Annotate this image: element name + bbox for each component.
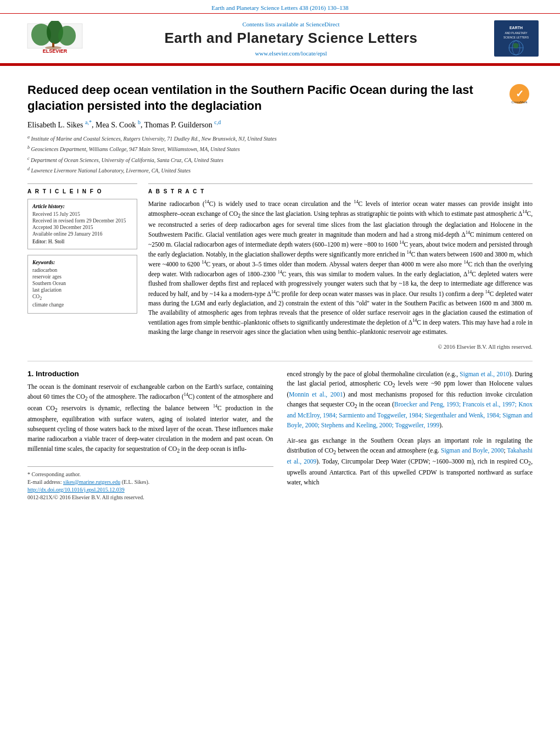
body-right-col: enced strongly by the pace of global the…	[287, 370, 533, 500]
abstract-text: Marine radiocarbon (14C) is widely used …	[148, 199, 533, 337]
keywords-box: Keywords: radiocarbon reservoir ages Sou…	[27, 255, 137, 314]
copyright-notice: © 2016 Elsevier B.V. All rights reserved…	[148, 342, 533, 350]
editor-line: Editor: H. Stoll	[32, 239, 132, 244]
sigman-boyle-ref[interactable]: Sigman and Boyle, 2000	[441, 447, 503, 454]
header-section: ELSEVIER Contents lists available at Sci…	[0, 14, 560, 64]
received-revised-date: Received in revised form 29 December 201…	[32, 218, 132, 224]
affiliation-a: a Institute of Marine and Coastal Scienc…	[27, 134, 533, 143]
monnin-ref[interactable]: Monnin et al., 2001	[289, 391, 343, 398]
history-label: Article history:	[32, 204, 132, 209]
keyword-1: radiocarbon	[32, 267, 132, 273]
main-content: Reduced deep ocean ventilation in the So…	[0, 66, 560, 511]
corresponding-author-text: * Corresponding author.	[27, 471, 81, 477]
crossmark-area: ✓ CrossMark	[506, 82, 533, 108]
svg-text:SCIENCE LETTERS: SCIENCE LETTERS	[503, 36, 529, 39]
info-abstract-section: A R T I C L E I N F O Article history: R…	[27, 183, 533, 349]
svg-text:ELSEVIER: ELSEVIER	[43, 48, 68, 54]
elsevier-logo: ELSEVIER	[22, 21, 88, 57]
doi-line: http://dx.doi.org/10.1016/j.epsl.2015.12…	[27, 487, 273, 493]
crossmark-logo: ✓ CrossMark	[506, 82, 533, 105]
svg-text:CrossMark: CrossMark	[511, 101, 528, 104]
header-center: Contents lists available at ScienceDirec…	[99, 21, 483, 57]
affiliation-c: c Department of Ocean Sciences, Universi…	[27, 155, 533, 165]
intro-paragraph-1: The ocean is the dominant reservoir of e…	[27, 382, 273, 455]
keyword-5: CO2	[32, 294, 132, 301]
epsl-logo-area: EARTH AND PLANETARY SCIENCE LETTERS	[483, 19, 549, 58]
email-link[interactable]: sikes@marine.rutgers.edu	[63, 479, 120, 485]
article-history-box: Article history: Received 15 July 2015 R…	[27, 199, 137, 249]
sciencedirect-link[interactable]: ScienceDirect	[306, 21, 340, 27]
article-info-column: A R T I C L E I N F O Article history: R…	[27, 183, 137, 349]
abstract-column: A B S T R A C T Marine radiocarbon (14C)…	[148, 183, 533, 349]
accepted-date: Accepted 30 December 2015	[32, 225, 132, 230]
affiliations-section: a Institute of Marine and Coastal Scienc…	[27, 134, 533, 175]
corresponding-author-note: * Corresponding author.	[27, 471, 273, 477]
svg-text:EARTH: EARTH	[509, 26, 522, 30]
issn-copyright: 0012-821X/© 2016 Elsevier B.V. All right…	[27, 494, 273, 500]
editor-label: Editor:	[32, 239, 47, 244]
journal-top-bar: Earth and Planetary Science Letters 438 …	[0, 0, 560, 14]
doi-link[interactable]: http://dx.doi.org/10.1016/j.epsl.2015.12…	[27, 487, 125, 493]
keywords-label: Keywords:	[32, 260, 132, 265]
epsl-logo: EARTH AND PLANETARY SCIENCE LETTERS	[493, 19, 540, 58]
article-title: Reduced deep ocean ventilation in the So…	[27, 82, 506, 114]
elsevier-logo-area: ELSEVIER	[11, 21, 99, 57]
journal-title: Earth and Planetary Science Letters	[99, 30, 483, 47]
journal-url[interactable]: www.elsevier.com/locate/epsl	[99, 50, 483, 57]
svg-text:AND PLANETARY: AND PLANETARY	[505, 31, 528, 35]
affiliation-d: d Lawrence Livermore National Laboratory…	[27, 166, 533, 175]
email-label: E-mail address:	[27, 479, 61, 485]
email-suffix: (E.L. Sikes).	[122, 479, 150, 485]
body-left-col: 1. Introduction The ocean is the dominan…	[27, 370, 273, 500]
editor-name: H. Stoll	[48, 239, 65, 244]
article-title-section: Reduced deep ocean ventilation in the So…	[27, 82, 533, 114]
affiliation-b: b Geosciences Department, Williams Colle…	[27, 144, 533, 154]
contents-available-line: Contents lists available at ScienceDirec…	[99, 21, 483, 27]
body-two-col: 1. Introduction The ocean is the dominan…	[27, 370, 533, 500]
intro-paragraph-2: enced strongly by the pace of global the…	[287, 370, 533, 431]
keyword-4: last glaciation	[32, 287, 132, 293]
authors-line: Elisabeth L. Sikes a,*, Mea S. Cook b, T…	[27, 119, 533, 130]
sigman-2010-ref[interactable]: Sigman et al., 2010	[460, 371, 509, 377]
article-info-heading: A R T I C L E I N F O	[27, 188, 137, 194]
svg-text:✓: ✓	[516, 88, 524, 99]
intro-title: 1. Introduction	[27, 370, 273, 378]
refs-group-1[interactable]: Broecker and Peng, 1993; Francois et al.…	[287, 401, 533, 428]
keyword-2: reservoir ages	[32, 274, 132, 280]
abstract-heading: A B S T R A C T	[148, 188, 533, 194]
contents-text: Contents lists available at	[242, 21, 304, 27]
footnotes-section: * Corresponding author. E-mail address: …	[27, 466, 273, 500]
received-date: Received 15 July 2015	[32, 211, 132, 217]
journal-citation-link[interactable]: Earth and Planetary Science Letters 438 …	[211, 4, 349, 11]
body-content: 1. Introduction The ocean is the dominan…	[27, 361, 533, 500]
keyword-3: Southern Ocean	[32, 281, 132, 286]
keyword-6: climate change	[32, 302, 132, 308]
email-note: E-mail address: sikes@marine.rutgers.edu…	[27, 479, 273, 485]
svg-point-3	[58, 26, 76, 46]
intro-paragraph-3: Air–sea gas exchange in the Southern Oce…	[287, 436, 533, 488]
available-online-date: Available online 29 January 2016	[32, 231, 132, 237]
